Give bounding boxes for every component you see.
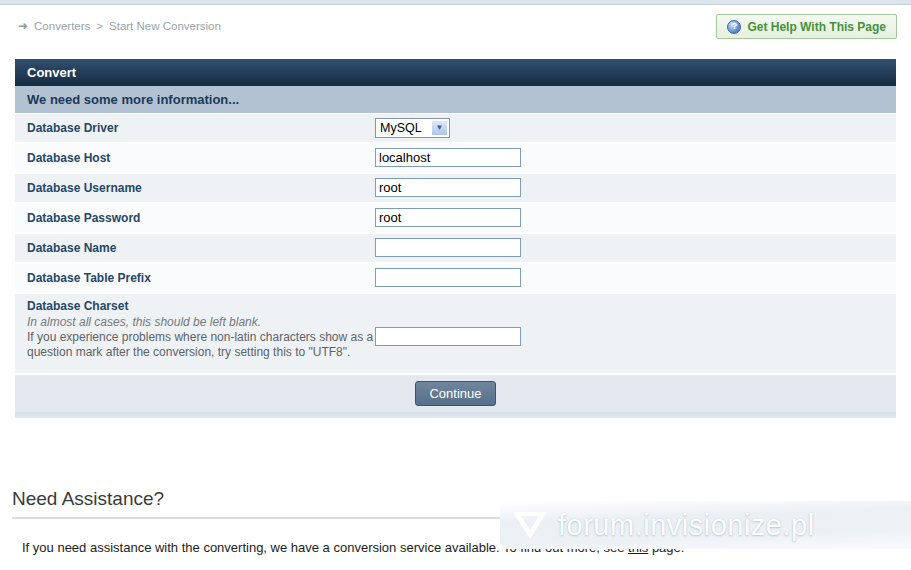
charset-help-text: If you experience problems where non-lat… <box>27 330 379 360</box>
invisionize-logo-icon <box>512 511 548 541</box>
row-database-charset: Database Charset In almost all cases, th… <box>15 294 896 373</box>
chevron-down-icon[interactable]: ▼ <box>431 120 448 136</box>
database-username-label: Database Username <box>27 174 142 202</box>
need-assistance-heading: Need Assistance? <box>12 488 164 510</box>
assistance-this-link[interactable]: this <box>628 540 648 555</box>
database-table-prefix-input[interactable] <box>375 268 521 287</box>
charset-help-italic: In almost all cases, this should be left… <box>27 315 379 329</box>
database-driver-select[interactable]: MySQL ▼ <box>375 118 450 138</box>
database-password-label: Database Password <box>27 204 140 232</box>
database-name-label: Database Name <box>27 234 116 262</box>
database-username-input[interactable] <box>375 178 521 197</box>
row-database-driver: Database Driver MySQL ▼ <box>15 114 896 142</box>
top-strip <box>0 0 911 5</box>
assistance-text: If you need assistance with the converti… <box>22 540 684 555</box>
assistance-divider <box>12 517 911 519</box>
database-password-input[interactable] <box>375 208 521 227</box>
assistance-text-before: If you need assistance with the converti… <box>22 540 628 555</box>
breadcrumb-separator: > <box>96 20 103 32</box>
row-database-table-prefix: Database Table Prefix <box>15 264 896 292</box>
question-mark-icon: ? <box>727 20 741 34</box>
get-help-label: Get Help With This Page <box>747 20 886 34</box>
database-charset-help: In almost all cases, this should be left… <box>27 315 379 360</box>
breadcrumb-converters[interactable]: Converters <box>34 20 90 32</box>
panel-footer: Continue <box>15 375 896 412</box>
row-database-password: Database Password <box>15 204 896 232</box>
database-charset-input[interactable] <box>375 327 521 346</box>
panel-subtitle: We need some more information... <box>15 86 896 113</box>
row-database-name: Database Name <box>15 234 896 262</box>
database-driver-selected-value: MySQL <box>380 119 422 138</box>
breadcrumb-start-new-conversion: Start New Conversion <box>109 20 221 32</box>
assistance-text-after: page. <box>648 540 684 555</box>
row-database-host: Database Host <box>15 144 896 172</box>
database-name-input[interactable] <box>375 238 521 257</box>
database-table-prefix-label: Database Table Prefix <box>27 264 151 292</box>
breadcrumb: ➜ Converters > Start New Conversion <box>18 20 221 32</box>
database-driver-label: Database Driver <box>27 114 118 142</box>
database-charset-label: Database Charset <box>27 299 128 313</box>
arrow-right-icon: ➜ <box>18 20 28 32</box>
panel-title: Convert <box>15 59 896 86</box>
panel-bottom-strip <box>15 412 896 418</box>
database-host-input[interactable] <box>375 148 521 167</box>
database-host-label: Database Host <box>27 144 110 172</box>
get-help-button[interactable]: ? Get Help With This Page <box>716 14 897 39</box>
admin-convert-page: ➜ Converters > Start New Conversion ? Ge… <box>0 0 911 570</box>
continue-button[interactable]: Continue <box>415 381 495 406</box>
row-database-username: Database Username <box>15 174 896 202</box>
watermark-text: forum.invisionize.pl <box>558 509 815 542</box>
convert-panel: Convert We need some more information...… <box>15 59 896 418</box>
